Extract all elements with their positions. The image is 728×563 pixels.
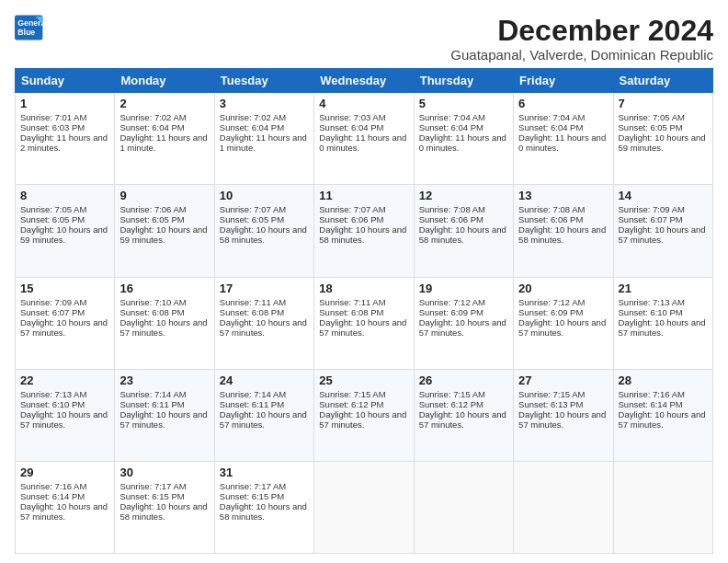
sunrise: Sunrise: 7:14 AM bbox=[220, 389, 286, 399]
sunset: Sunset: 6:04 PM bbox=[220, 122, 284, 132]
calendar-header-row: SundayMondayTuesdayWednesdayThursdayFrid… bbox=[16, 69, 713, 93]
day-number: 29 bbox=[20, 465, 109, 479]
calendar-day-cell: 9Sunrise: 7:06 AMSunset: 6:05 PMDaylight… bbox=[115, 185, 214, 277]
day-number: 5 bbox=[419, 97, 508, 110]
calendar-day-cell: 16Sunrise: 7:10 AMSunset: 6:08 PMDayligh… bbox=[115, 277, 214, 369]
daylight: Daylight: 10 hours and 58 minutes. bbox=[419, 224, 506, 245]
sunrise: Sunrise: 7:05 AM bbox=[20, 204, 86, 214]
calendar-header-saturday: Saturday bbox=[613, 69, 712, 93]
daylight: Daylight: 10 hours and 57 minutes. bbox=[319, 317, 406, 338]
calendar-day-cell: 2Sunrise: 7:02 AMSunset: 6:04 PMDaylight… bbox=[115, 93, 214, 185]
day-number: 15 bbox=[20, 282, 109, 295]
daylight: Daylight: 10 hours and 58 minutes. bbox=[518, 224, 606, 245]
sunset: Sunset: 6:15 PM bbox=[119, 491, 184, 501]
sunrise: Sunrise: 7:06 AM bbox=[119, 204, 186, 214]
calendar-day-cell: 15Sunrise: 7:09 AMSunset: 6:07 PMDayligh… bbox=[16, 277, 115, 369]
day-number: 19 bbox=[419, 282, 508, 295]
sunset: Sunset: 6:08 PM bbox=[319, 307, 383, 317]
calendar-body: 1Sunrise: 7:01 AMSunset: 6:03 PMDaylight… bbox=[16, 93, 713, 554]
subtitle: Guatapanal, Valverde, Dominican Republic bbox=[450, 47, 713, 63]
day-number: 8 bbox=[20, 189, 109, 202]
sunrise: Sunrise: 7:13 AM bbox=[20, 389, 86, 399]
sunset: Sunset: 6:13 PM bbox=[518, 399, 583, 409]
title-block: December 2024 Guatapanal, Valverde, Domi… bbox=[450, 15, 713, 63]
day-number: 10 bbox=[220, 189, 309, 202]
sunset: Sunset: 6:07 PM bbox=[619, 214, 683, 224]
daylight: Daylight: 10 hours and 59 minutes. bbox=[119, 224, 207, 245]
sunrise: Sunrise: 7:11 AM bbox=[319, 297, 385, 307]
header: General Blue December 2024 Guatapanal, V… bbox=[15, 15, 713, 63]
calendar-day-cell: 14Sunrise: 7:09 AMSunset: 6:07 PMDayligh… bbox=[613, 185, 712, 277]
sunset: Sunset: 6:05 PM bbox=[119, 214, 184, 224]
sunset: Sunset: 6:15 PM bbox=[220, 491, 284, 501]
sunrise: Sunrise: 7:01 AM bbox=[20, 112, 86, 122]
sunrise: Sunrise: 7:10 AM bbox=[119, 297, 186, 307]
sunset: Sunset: 6:06 PM bbox=[518, 214, 583, 224]
calendar-day-cell: 30Sunrise: 7:17 AMSunset: 6:15 PMDayligh… bbox=[115, 461, 214, 553]
calendar-header-tuesday: Tuesday bbox=[214, 69, 313, 93]
sunset: Sunset: 6:05 PM bbox=[220, 214, 284, 224]
daylight: Daylight: 10 hours and 57 minutes. bbox=[419, 317, 506, 338]
calendar-day-cell: 12Sunrise: 7:08 AMSunset: 6:06 PMDayligh… bbox=[414, 185, 513, 277]
calendar-week-row: 22Sunrise: 7:13 AMSunset: 6:10 PMDayligh… bbox=[16, 369, 713, 461]
day-number: 27 bbox=[518, 373, 608, 387]
day-number: 31 bbox=[220, 465, 309, 479]
calendar-empty-cell bbox=[613, 461, 712, 553]
sunrise: Sunrise: 7:11 AM bbox=[220, 297, 286, 307]
daylight: Daylight: 10 hours and 58 minutes. bbox=[119, 501, 207, 522]
sunset: Sunset: 6:07 PM bbox=[20, 307, 85, 317]
day-number: 26 bbox=[419, 373, 508, 387]
day-number: 25 bbox=[319, 373, 408, 387]
daylight: Daylight: 10 hours and 58 minutes. bbox=[319, 224, 406, 245]
calendar-day-cell: 6Sunrise: 7:04 AMSunset: 6:04 PMDaylight… bbox=[514, 93, 613, 185]
sunset: Sunset: 6:08 PM bbox=[220, 307, 284, 317]
sunset: Sunset: 6:04 PM bbox=[419, 122, 483, 132]
sunrise: Sunrise: 7:02 AM bbox=[220, 112, 286, 122]
calendar-header-sunday: Sunday bbox=[16, 69, 115, 93]
daylight: Daylight: 10 hours and 57 minutes. bbox=[619, 317, 706, 338]
sunset: Sunset: 6:06 PM bbox=[319, 214, 383, 224]
daylight: Daylight: 10 hours and 57 minutes. bbox=[119, 409, 207, 430]
day-number: 21 bbox=[619, 282, 708, 295]
sunrise: Sunrise: 7:14 AM bbox=[119, 389, 186, 399]
calendar-day-cell: 3Sunrise: 7:02 AMSunset: 6:04 PMDaylight… bbox=[214, 93, 313, 185]
sunrise: Sunrise: 7:15 AM bbox=[518, 389, 585, 399]
sunset: Sunset: 6:10 PM bbox=[20, 399, 85, 409]
daylight: Daylight: 11 hours and 2 minutes. bbox=[20, 132, 108, 153]
sunset: Sunset: 6:11 PM bbox=[220, 399, 284, 409]
calendar-day-cell: 20Sunrise: 7:12 AMSunset: 6:09 PMDayligh… bbox=[514, 277, 613, 369]
calendar-week-row: 15Sunrise: 7:09 AMSunset: 6:07 PMDayligh… bbox=[16, 277, 713, 369]
day-number: 1 bbox=[20, 97, 109, 110]
calendar-header-wednesday: Wednesday bbox=[314, 69, 414, 93]
svg-text:Blue: Blue bbox=[17, 28, 35, 37]
sunset: Sunset: 6:12 PM bbox=[319, 399, 383, 409]
logo-icon: General Blue bbox=[15, 15, 44, 40]
calendar-week-row: 29Sunrise: 7:16 AMSunset: 6:14 PMDayligh… bbox=[16, 461, 713, 553]
main-title: December 2024 bbox=[450, 15, 713, 47]
sunrise: Sunrise: 7:04 AM bbox=[419, 112, 485, 122]
daylight: Daylight: 11 hours and 0 minutes. bbox=[419, 132, 506, 153]
daylight: Daylight: 10 hours and 57 minutes. bbox=[619, 409, 706, 430]
day-number: 17 bbox=[220, 282, 309, 295]
sunset: Sunset: 6:08 PM bbox=[119, 307, 184, 317]
day-number: 9 bbox=[119, 189, 209, 202]
calendar-day-cell: 21Sunrise: 7:13 AMSunset: 6:10 PMDayligh… bbox=[613, 277, 712, 369]
day-number: 20 bbox=[518, 282, 608, 295]
sunrise: Sunrise: 7:07 AM bbox=[220, 204, 286, 214]
day-number: 28 bbox=[619, 373, 708, 387]
sunset: Sunset: 6:04 PM bbox=[518, 122, 583, 132]
calendar-day-cell: 13Sunrise: 7:08 AMSunset: 6:06 PMDayligh… bbox=[514, 185, 613, 277]
sunrise: Sunrise: 7:16 AM bbox=[20, 481, 86, 491]
daylight: Daylight: 10 hours and 57 minutes. bbox=[20, 409, 108, 430]
daylight: Daylight: 11 hours and 1 minute. bbox=[119, 132, 207, 153]
daylight: Daylight: 10 hours and 57 minutes. bbox=[20, 501, 108, 522]
daylight: Daylight: 10 hours and 59 minutes. bbox=[619, 132, 706, 153]
sunset: Sunset: 6:10 PM bbox=[619, 307, 683, 317]
daylight: Daylight: 10 hours and 57 minutes. bbox=[518, 317, 606, 338]
day-number: 13 bbox=[518, 189, 608, 202]
daylight: Daylight: 11 hours and 0 minutes. bbox=[319, 132, 406, 153]
day-number: 12 bbox=[419, 189, 508, 202]
calendar-day-cell: 17Sunrise: 7:11 AMSunset: 6:08 PMDayligh… bbox=[214, 277, 313, 369]
calendar-day-cell: 26Sunrise: 7:15 AMSunset: 6:12 PMDayligh… bbox=[414, 369, 513, 461]
daylight: Daylight: 10 hours and 57 minutes. bbox=[319, 409, 406, 430]
